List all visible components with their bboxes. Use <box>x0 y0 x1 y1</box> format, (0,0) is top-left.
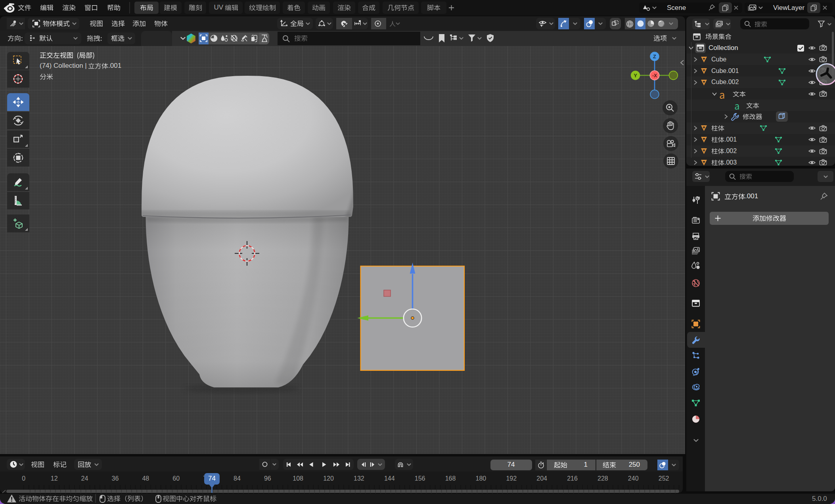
svg-text:Y: Y <box>634 73 637 79</box>
svg-text:Z: Z <box>653 54 656 59</box>
svg-text:-X: -X <box>652 73 657 79</box>
